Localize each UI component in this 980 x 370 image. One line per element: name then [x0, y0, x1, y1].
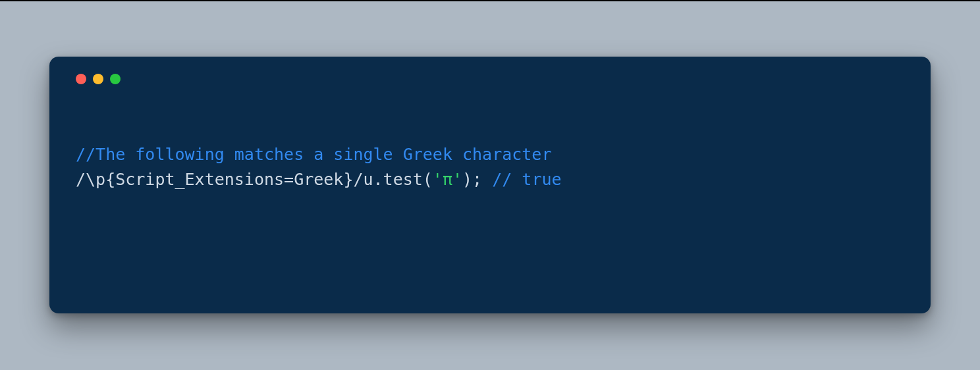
window-controls: [76, 74, 904, 84]
code-call-close: );: [462, 170, 492, 189]
code-regex: /\p{Script_Extensions=Greek}/u: [76, 170, 373, 189]
code-comment-line-1: //The following matches a single Greek c…: [76, 145, 551, 164]
maximize-icon[interactable]: [110, 74, 121, 84]
code-block: //The following matches a single Greek c…: [76, 142, 904, 192]
minimize-icon[interactable]: [93, 74, 103, 84]
close-icon[interactable]: [76, 74, 86, 84]
code-window: //The following matches a single Greek c…: [49, 57, 931, 313]
code-string: 'π': [433, 170, 462, 189]
code-call-open: .test(: [373, 170, 433, 189]
code-comment-trailing: // true: [492, 170, 561, 189]
